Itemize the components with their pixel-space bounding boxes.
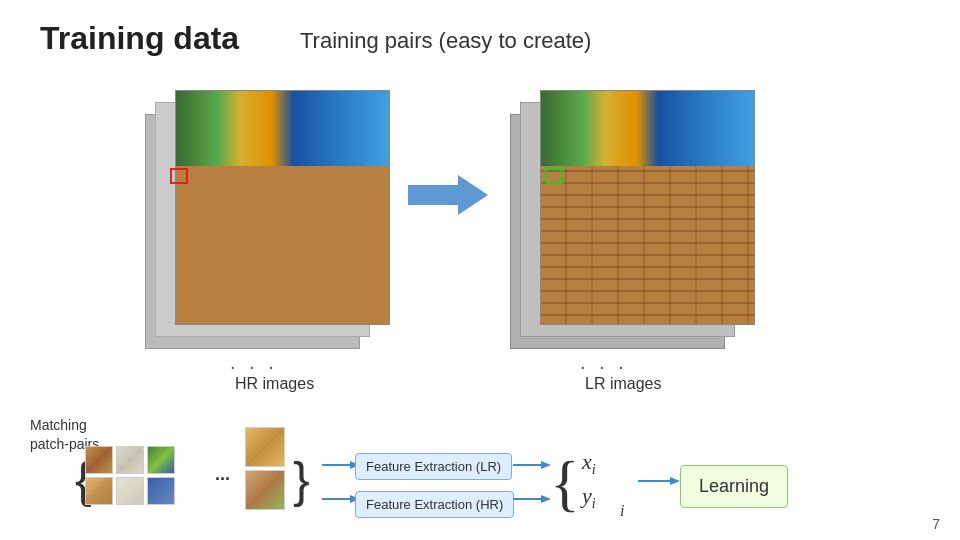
math-x: xi xyxy=(582,449,596,478)
patch-3 xyxy=(147,446,175,474)
page-number: 7 xyxy=(932,516,940,532)
patch-4 xyxy=(85,477,113,505)
large-patch-2 xyxy=(245,470,285,510)
hr-to-lr-arrow xyxy=(408,170,488,220)
math-subscript-i: i xyxy=(620,502,624,520)
patch-5 xyxy=(116,477,144,505)
slide-subtitle: Training pairs (easy to create) xyxy=(300,28,591,54)
learning-box: Learning xyxy=(680,465,788,508)
arrow-after-feat-hr xyxy=(513,492,551,506)
math-y-sub: i xyxy=(592,496,596,511)
lr-brick-area xyxy=(541,166,754,324)
hr-label: HR images xyxy=(235,375,314,393)
lr-image-stack xyxy=(520,90,735,350)
math-left-brace: { xyxy=(550,444,580,522)
slide-title: Training data xyxy=(40,20,239,57)
arrow-to-learning xyxy=(638,474,680,488)
middle-ellipsis: ··· xyxy=(215,469,230,490)
svg-marker-10 xyxy=(670,477,680,485)
right-curly-brace-patches: } xyxy=(293,450,310,510)
patch-1 xyxy=(85,446,113,474)
math-y: yi xyxy=(582,483,596,512)
patch-2 xyxy=(116,446,144,474)
patch-6 xyxy=(147,477,175,505)
large-patch-1 xyxy=(245,427,285,467)
hr-brick-area xyxy=(176,166,389,324)
svg-marker-0 xyxy=(408,175,488,215)
feature-extraction-hr-box: Feature Extraction (HR) xyxy=(355,491,514,518)
hr-image-stack xyxy=(155,90,390,350)
patch-grid xyxy=(85,446,175,505)
hr-main-image xyxy=(175,90,390,325)
lr-main-image xyxy=(540,90,755,325)
lr-label: LR images xyxy=(585,375,661,393)
hr-red-highlight xyxy=(170,168,188,184)
arrow-after-feat-lr xyxy=(513,458,551,472)
math-x-sub: i xyxy=(592,462,596,477)
lr-green-highlight xyxy=(545,168,563,184)
large-patches xyxy=(245,427,285,510)
hr-parrot-area xyxy=(176,91,389,166)
feature-extraction-lr-box: Feature Extraction (LR) xyxy=(355,453,512,480)
lr-parrot-area xyxy=(541,91,754,166)
slide: Training data Training pairs (easy to cr… xyxy=(0,0,960,540)
